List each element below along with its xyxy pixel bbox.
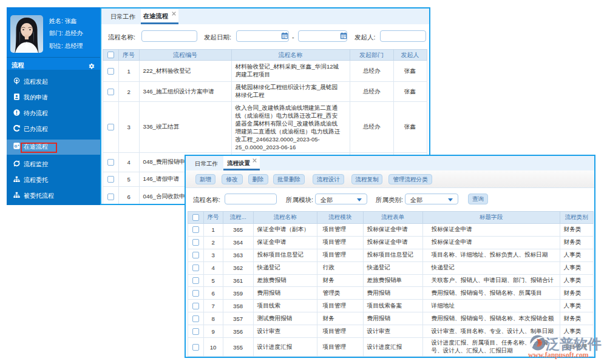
svg-text:www.fanpusoft.com: www.fanpusoft.com <box>528 351 589 359</box>
svg-text:+: + <box>18 144 19 147</box>
svg-text:G: G <box>15 143 18 147</box>
svg-text:泛普软件: 泛普软件 <box>545 336 602 352</box>
